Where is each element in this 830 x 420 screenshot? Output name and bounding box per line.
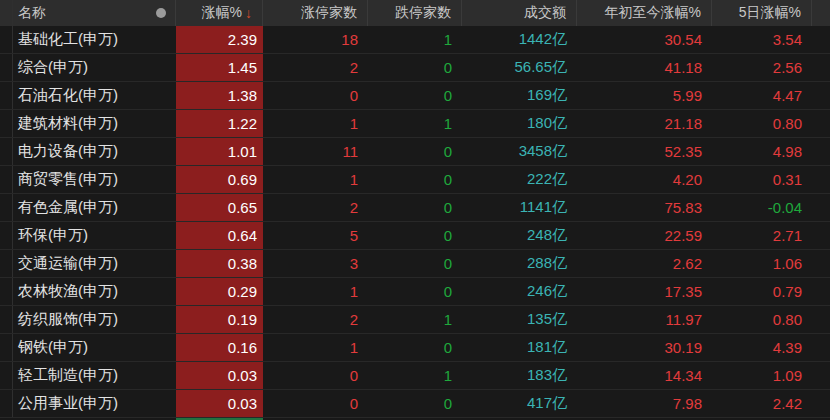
turnover-value: 1442亿 <box>462 26 577 53</box>
row-spacer <box>812 54 830 81</box>
table-row[interactable]: 钢铁(申万)0.1610181亿30.194.39 <box>0 334 830 362</box>
ytd-change-value: 41.18 <box>577 54 712 81</box>
limit-up-count: 1 <box>263 334 368 361</box>
change-percent-cell: 0.69 <box>176 166 263 193</box>
column-header-change-label: 涨幅% <box>202 4 242 22</box>
sector-name: 综合(申万) <box>13 54 176 81</box>
table-row[interactable]: 纺织服饰(申万)0.1921135亿11.970.80 <box>0 306 830 334</box>
ytd-change-value: 2.62 <box>577 250 712 277</box>
table-row[interactable]: 环保(申万)0.6450248亿22.592.71 <box>0 222 830 250</box>
table-row[interactable]: 石油石化(申万)1.3800169亿5.994.47 <box>0 82 830 110</box>
limit-up-count: 1 <box>263 278 368 305</box>
change-percent-cell: 0.64 <box>176 222 263 249</box>
row-gutter <box>0 362 13 389</box>
table-row[interactable]: 交通运输(申万)0.3830288亿2.621.06 <box>0 250 830 278</box>
table-row[interactable]: 基础化工(申万)2.391811442亿30.543.54 <box>0 26 830 54</box>
row-spacer <box>812 26 830 53</box>
turnover-value: 248亿 <box>462 222 577 249</box>
row-gutter <box>0 138 13 165</box>
row-gutter <box>0 54 13 81</box>
table-row[interactable]: 商贸零售(申万)0.6910222亿4.200.31 <box>0 166 830 194</box>
turnover-value: 180亿 <box>462 110 577 137</box>
change-percent-cell: 1.45 <box>176 54 263 81</box>
column-header-change[interactable]: 涨幅% ↓ <box>176 0 263 26</box>
sector-name: 环保(申万) <box>13 222 176 249</box>
row-gutter <box>0 390 13 417</box>
ytd-change-value: 14.34 <box>577 362 712 389</box>
row-gutter <box>0 278 13 305</box>
column-header-limit-down[interactable]: 跌停家数 <box>368 0 462 26</box>
sector-name: 石油石化(申万) <box>13 82 176 109</box>
limit-down-count: 0 <box>368 166 462 193</box>
ytd-change-value: 30.54 <box>577 26 712 53</box>
table-row[interactable]: 建筑材料(申万)1.2211180亿21.180.80 <box>0 110 830 138</box>
row-spacer <box>812 222 830 249</box>
limit-down-count: 0 <box>368 278 462 305</box>
ytd-change-value: 75.83 <box>577 194 712 221</box>
limit-up-count: 11 <box>263 138 368 165</box>
column-header-ytd-change-label: 年初至今涨幅% <box>605 4 701 22</box>
turnover-value: 222亿 <box>462 166 577 193</box>
table-body: 基础化工(申万)2.391811442亿30.543.54综合(申万)1.452… <box>0 26 830 418</box>
limit-up-count: 2 <box>263 306 368 333</box>
change-percent-cell: 0.03 <box>176 362 263 389</box>
ytd-change-value: 52.35 <box>577 138 712 165</box>
column-header-5day-change[interactable]: 5日涨幅% <box>712 0 812 26</box>
limit-up-count: 2 <box>263 54 368 81</box>
limit-up-count: 0 <box>263 362 368 389</box>
five-day-change-value: 0.31 <box>712 166 812 193</box>
limit-up-count: 5 <box>263 222 368 249</box>
table-header: 名称 涨幅% ↓ 涨停家数 跌停家数 成交额 年初至今涨幅% 5日涨幅% <box>0 0 830 26</box>
row-spacer <box>812 194 830 221</box>
limit-down-count: 0 <box>368 250 462 277</box>
change-percent-cell: 1.38 <box>176 82 263 109</box>
row-spacer <box>812 138 830 165</box>
row-spacer <box>812 390 830 417</box>
column-header-limit-up[interactable]: 涨停家数 <box>263 0 368 26</box>
change-percent-cell: 0.65 <box>176 194 263 221</box>
table-row[interactable]: 轻工制造(申万)0.0301183亿14.341.09 <box>0 362 830 390</box>
column-header-turnover[interactable]: 成交额 <box>462 0 577 26</box>
limit-down-count: 0 <box>368 390 462 417</box>
change-percent-cell: 0.03 <box>176 390 263 417</box>
row-spacer <box>812 362 830 389</box>
table-row[interactable]: 有色金属(申万)0.65201141亿75.83-0.04 <box>0 194 830 222</box>
limit-up-count: 18 <box>263 26 368 53</box>
ytd-change-value: 7.98 <box>577 390 712 417</box>
column-header-turnover-label: 成交额 <box>524 4 566 22</box>
sector-name: 农林牧渔(申万) <box>13 278 176 305</box>
table-row[interactable]: 综合(申万)1.452056.65亿41.182.56 <box>0 54 830 82</box>
sector-name: 商贸零售(申万) <box>13 166 176 193</box>
five-day-change-value: 2.56 <box>712 54 812 81</box>
table-row[interactable]: 电力设备(申万)1.011103458亿52.354.98 <box>0 138 830 166</box>
sector-name: 电力设备(申万) <box>13 138 176 165</box>
change-percent-cell: 0.38 <box>176 250 263 277</box>
ytd-change-value: 4.20 <box>577 166 712 193</box>
change-percent-cell: 1.22 <box>176 110 263 137</box>
limit-up-count: 1 <box>263 166 368 193</box>
turnover-value: 3458亿 <box>462 138 577 165</box>
header-spacer <box>812 0 830 26</box>
sector-name: 建筑材料(申万) <box>13 110 176 137</box>
column-header-name[interactable]: 名称 <box>13 0 176 26</box>
turnover-value: 417亿 <box>462 390 577 417</box>
five-day-change-value: 3.54 <box>712 26 812 53</box>
five-day-change-value: 4.98 <box>712 138 812 165</box>
turnover-value: 1141亿 <box>462 194 577 221</box>
table-row[interactable]: 农林牧渔(申万)0.2910246亿17.350.79 <box>0 278 830 306</box>
ytd-change-value: 30.19 <box>577 334 712 361</box>
row-spacer <box>812 82 830 109</box>
five-day-change-value: 0.80 <box>712 110 812 137</box>
limit-down-count: 0 <box>368 54 462 81</box>
change-percent-cell: 0.19 <box>176 306 263 333</box>
ytd-change-value: 22.59 <box>577 222 712 249</box>
row-gutter <box>0 306 13 333</box>
sort-descending-icon: ↓ <box>245 5 252 21</box>
limit-down-count: 1 <box>368 362 462 389</box>
change-percent-cell: 0.16 <box>176 334 263 361</box>
sector-name: 纺织服饰(申万) <box>13 306 176 333</box>
column-header-name-label: 名称 <box>18 4 46 22</box>
table-row[interactable]: 公用事业(申万)0.0300417亿7.982.42 <box>0 390 830 418</box>
column-header-ytd-change[interactable]: 年初至今涨幅% <box>577 0 712 26</box>
five-day-change-value: 0.79 <box>712 278 812 305</box>
